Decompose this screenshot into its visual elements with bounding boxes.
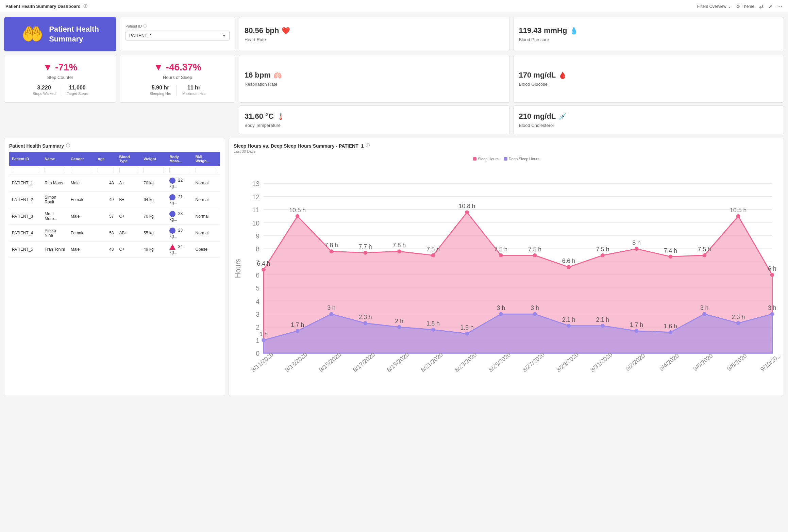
svg-text:3 h: 3 h: [497, 304, 505, 311]
blood-pressure-card: 119.43 mmHg 💧 Blood Pressure: [513, 17, 784, 51]
svg-text:8/13/2020: 8/13/2020: [284, 351, 308, 373]
svg-text:9/2/2020: 9/2/2020: [624, 352, 646, 372]
respiration-value: 16 bpm: [245, 71, 271, 80]
svg-point-87: [702, 312, 706, 316]
blood-glucose-label: Blood Glucose: [519, 82, 778, 87]
svg-point-47: [567, 265, 571, 269]
svg-point-85: [668, 330, 672, 334]
svg-point-43: [499, 253, 503, 257]
svg-text:7.5 h: 7.5 h: [698, 246, 711, 253]
cell-bmi: 22 kg...: [167, 175, 192, 192]
filter-bmi-weight[interactable]: [196, 167, 217, 173]
filter-blood-type[interactable]: [119, 167, 138, 173]
svg-point-55: [702, 253, 706, 257]
svg-point-41: [465, 210, 469, 214]
svg-text:3 h: 3 h: [700, 304, 708, 311]
svg-point-81: [601, 324, 605, 328]
svg-point-33: [330, 249, 334, 253]
col-bmi: Body Mass...: [167, 152, 192, 166]
table-title: Patient Health Summary ⓘ: [9, 143, 220, 149]
heart-rate-label: Heart Rate: [245, 37, 504, 42]
svg-text:6 h: 6 h: [768, 265, 776, 272]
svg-text:1 h: 1 h: [259, 331, 268, 337]
svg-text:2.3 h: 2.3 h: [359, 314, 372, 320]
filter-weight[interactable]: [144, 167, 164, 173]
blood-glucose-card: 170 mg/dL 🩸 Blood Glucose: [513, 55, 784, 103]
patient-table: Patient ID Name Gender Age Blood Type We…: [9, 152, 220, 257]
mid-section: ▼ -71% Step Counter 3,220 Steps Walked 1…: [4, 55, 784, 103]
bmi-circle-icon: [169, 228, 175, 234]
svg-point-91: [770, 312, 774, 316]
filter-name[interactable]: [45, 167, 65, 173]
cell-blood-type: AB+: [117, 225, 141, 242]
filter-patient-id[interactable]: [12, 167, 39, 173]
bmi-circle-icon: [169, 178, 175, 184]
step-name: Step Counter: [47, 75, 73, 80]
share-icon[interactable]: ⇄: [759, 3, 764, 10]
svg-text:6.6 h: 6.6 h: [562, 257, 575, 264]
filter-age[interactable]: [98, 167, 114, 173]
svg-text:9/10/20...: 9/10/20...: [759, 352, 783, 373]
svg-text:2.3 h: 2.3 h: [732, 314, 745, 320]
svg-point-39: [431, 253, 435, 257]
table-row: PATIENT_3 Matti More... Male 57 O+ 70 kg…: [9, 208, 220, 225]
dashboard: 🤲 Patient Health Summary Patient ID ⓘ PA…: [0, 13, 788, 400]
sleep-percentage: ▼ -46.37%: [154, 62, 201, 73]
filter-bmi[interactable]: [169, 167, 190, 173]
svg-text:7.8 h: 7.8 h: [392, 242, 406, 249]
heart-rate-card: 80.56 bph ❤️ Heart Rate: [239, 17, 510, 51]
more-options-icon[interactable]: ⋯: [777, 3, 783, 10]
svg-point-57: [736, 214, 740, 218]
step-counter-card: ▼ -71% Step Counter 3,220 Steps Walked 1…: [4, 55, 116, 103]
dashboard-title-area: Patient Health Summary Dashboard ⓘ: [5, 3, 87, 9]
filter-gender[interactable]: [71, 167, 92, 173]
legend-sleep: Sleep Hours: [473, 157, 499, 161]
svg-text:6: 6: [256, 271, 259, 279]
patient-id-select[interactable]: PATIENT_1 PATIENT_2 PATIENT_3 PATIENT_4 …: [125, 31, 230, 40]
cell-name: Simon Roult: [42, 192, 68, 208]
svg-point-77: [533, 312, 537, 316]
svg-text:6.4 h: 6.4 h: [257, 260, 270, 267]
step-percentage: ▼ -71%: [43, 62, 78, 73]
svg-text:7.8 h: 7.8 h: [325, 242, 338, 249]
expand-icon[interactable]: ⤢: [768, 4, 772, 9]
svg-point-89: [736, 321, 740, 325]
svg-point-59: [770, 273, 774, 277]
svg-text:3: 3: [256, 311, 259, 318]
col-weight: Weight: [141, 152, 167, 166]
svg-text:8/27/2020: 8/27/2020: [521, 351, 546, 373]
svg-text:Hours: Hours: [234, 259, 242, 278]
bmi-circle-icon: [169, 211, 175, 217]
svg-point-79: [567, 324, 571, 328]
steps-walked: 3,220 Steps Walked: [27, 85, 61, 96]
sleep-chart-svg: 012345678910111213Hours6.4 h10.5 h7.8 h7…: [234, 164, 779, 390]
svg-text:11: 11: [252, 206, 260, 214]
cell-gender: Male: [68, 175, 95, 192]
cell-bmi: 34 kg...: [167, 242, 192, 257]
sleep-details: 5.90 hr Sleeping Hrs 11 hr Maximum Hrs: [125, 85, 230, 96]
top-section: 🤲 Patient Health Summary Patient ID ⓘ PA…: [4, 17, 784, 51]
cell-age: 49: [95, 192, 117, 208]
svg-text:10.5 h: 10.5 h: [730, 207, 747, 214]
svg-text:9/6/2020: 9/6/2020: [692, 352, 714, 372]
cell-gender: Female: [68, 225, 95, 242]
theme-button[interactable]: ⚙ Theme: [736, 4, 754, 9]
cell-age: 48: [95, 175, 117, 192]
svg-text:1.5 h: 1.5 h: [460, 324, 474, 331]
extra-metrics-row: 31.60 °C 🌡️ Body Temperature 210 mg/dL 💉…: [4, 105, 784, 134]
filters-overview-button[interactable]: Filters Overview ⌄: [697, 4, 731, 9]
svg-text:8 h: 8 h: [632, 239, 640, 246]
table-header-row: Patient ID Name Gender Age Blood Type We…: [9, 152, 220, 166]
svg-text:5: 5: [256, 284, 259, 292]
svg-text:13: 13: [252, 180, 260, 187]
svg-text:3 h: 3 h: [531, 304, 539, 311]
svg-text:2 h: 2 h: [395, 318, 403, 325]
svg-point-51: [635, 247, 639, 251]
svg-text:8/29/2020: 8/29/2020: [555, 351, 580, 373]
svg-text:8/23/2020: 8/23/2020: [453, 351, 478, 373]
glucose-icon: 🩸: [558, 71, 567, 79]
dashboard-title: Patient Health Summary Dashboard: [5, 4, 81, 9]
col-blood-type: Blood Type: [117, 152, 141, 166]
col-age: Age: [95, 152, 117, 166]
step-details: 3,220 Steps Walked 11,000 Target Steps: [10, 85, 111, 96]
